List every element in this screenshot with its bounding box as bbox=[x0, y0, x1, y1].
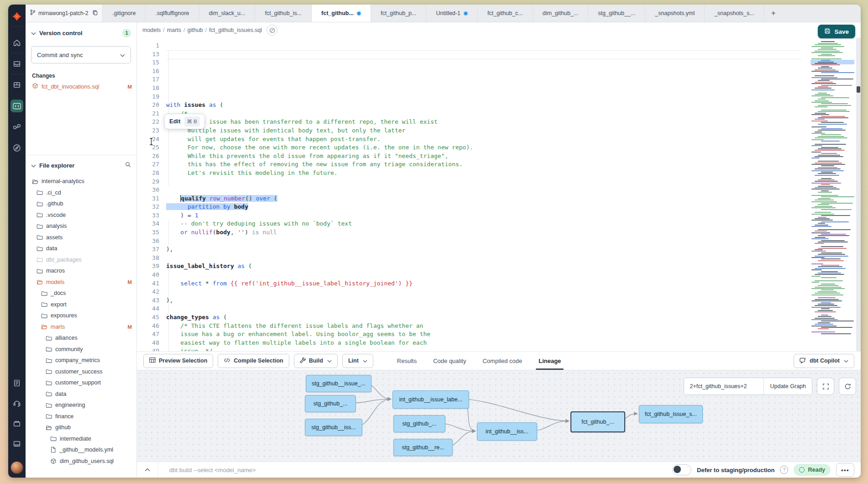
panel-tab-results[interactable]: Results bbox=[397, 352, 417, 370]
tree-item-_github__models.yml[interactable]: _github__models.yml bbox=[26, 444, 136, 456]
line-number[interactable]: 37 bbox=[137, 245, 166, 254]
line-number[interactable]: 45 bbox=[137, 313, 166, 322]
user-avatar[interactable] bbox=[11, 462, 23, 473]
panel-tab-lineage[interactable]: Lineage bbox=[539, 352, 561, 370]
code-line-31[interactable] bbox=[166, 254, 861, 263]
line-number[interactable]: 20 bbox=[137, 101, 166, 110]
line-number[interactable]: 43 bbox=[137, 296, 166, 305]
tab-.sqlfluffignore[interactable]: .sqlfluffignore bbox=[146, 5, 199, 22]
line-number[interactable]: 16 bbox=[137, 67, 166, 76]
lineage-node-stg_github_...[interactable]: stg_github_... bbox=[393, 415, 445, 432]
dbt-copilot-button[interactable]: dbt Copilot bbox=[794, 354, 854, 368]
line-number[interactable]: 23 bbox=[137, 126, 166, 135]
support-headset-icon[interactable] bbox=[13, 399, 21, 407]
code-line-15[interactable]: If an issue has been transferred to a di… bbox=[166, 118, 861, 126]
tree-item-community[interactable]: community bbox=[26, 344, 136, 355]
line-number[interactable]: 36 bbox=[137, 237, 166, 246]
changed-file-row[interactable]: fct_dbt_invocations.sql M bbox=[32, 83, 132, 90]
code-line-26[interactable]: ) = 1 bbox=[166, 211, 861, 220]
lineage-node-fct_github_...[interactable]: fct_github_... bbox=[570, 411, 625, 432]
compile-selection-button[interactable]: Compile Selection bbox=[218, 354, 289, 368]
update-graph-button[interactable]: Update Graph bbox=[763, 378, 812, 395]
code-line-32[interactable]: issue_label_history as ( bbox=[166, 262, 861, 271]
code-line-29[interactable] bbox=[166, 237, 861, 246]
tree-item-engineering[interactable]: engineering bbox=[26, 400, 136, 411]
line-number[interactable]: 21 bbox=[137, 110, 166, 118]
lineage-node-stg_github__issue_...[interactable]: stg_github__issue_... bbox=[306, 375, 371, 392]
tab-fct_github_p...[interactable]: fct_github_p... bbox=[371, 5, 427, 22]
lineage-node-int_github__iss...[interactable]: int_github__iss... bbox=[477, 422, 537, 441]
line-number[interactable]: 13 bbox=[137, 50, 166, 59]
line-number[interactable]: 30 bbox=[137, 186, 166, 195]
editor-gutter[interactable]: 1131516171819202122232425262728293031323… bbox=[137, 38, 166, 351]
commit-and-sync-button[interactable]: Commit and sync bbox=[31, 46, 131, 63]
line-number[interactable]: 17 bbox=[137, 75, 166, 84]
tree-item-assets[interactable]: assets bbox=[26, 232, 136, 243]
editor-minimap[interactable] bbox=[810, 40, 854, 349]
code-line-24[interactable]: qualify row_number() over ( bbox=[166, 195, 861, 203]
lineage-selector-input[interactable] bbox=[684, 378, 763, 395]
defer-toggle[interactable] bbox=[672, 464, 691, 475]
code-line-34[interactable]: select * from {{ ref('int_github__issue_… bbox=[166, 279, 861, 288]
tree-item-marts[interactable]: martsM bbox=[26, 321, 136, 333]
dbt-command-input[interactable] bbox=[158, 467, 672, 473]
edit-button[interactable]: Edit bbox=[169, 117, 181, 126]
line-number[interactable]: 40 bbox=[137, 271, 166, 279]
tree-item-dbt_packages[interactable]: dbt_packages bbox=[26, 254, 136, 266]
copy-icon[interactable] bbox=[92, 9, 98, 17]
line-number[interactable]: 31 bbox=[137, 195, 166, 203]
tree-item-customer_support[interactable]: customer_support bbox=[26, 377, 136, 389]
tree-item-_docs[interactable]: _docs bbox=[26, 288, 136, 299]
tree-item-intermediate[interactable]: intermediate bbox=[26, 433, 136, 445]
tree-item-alliances[interactable]: alliances bbox=[26, 332, 136, 344]
code-line-1[interactable]: with issues as ( bbox=[166, 101, 861, 110]
fullscreen-icon[interactable] bbox=[817, 378, 834, 395]
search-icon[interactable] bbox=[125, 162, 131, 169]
line-number[interactable]: 26 bbox=[137, 152, 166, 161]
editor-scrollbar[interactable] bbox=[856, 38, 861, 351]
tree-item-internal-analytics[interactable]: internal-analytics bbox=[26, 176, 136, 187]
line-number[interactable]: 15 bbox=[137, 58, 166, 67]
refresh-icon[interactable] bbox=[839, 378, 856, 395]
code-editor[interactable]: 1131516171819202122232425262728293031323… bbox=[137, 38, 861, 351]
code-line-21[interactable]: Let's revisit this modeling in the futur… bbox=[166, 169, 861, 178]
code-line-36[interactable]: ), bbox=[166, 296, 861, 305]
apps-grid-icon[interactable] bbox=[13, 440, 21, 448]
new-tab-button[interactable]: + bbox=[764, 5, 783, 22]
line-number[interactable]: 41 bbox=[137, 279, 166, 288]
code-line-30[interactable]: ), bbox=[166, 245, 861, 254]
scrollbar-thumb[interactable] bbox=[857, 86, 860, 93]
code-line-27[interactable]: -- don't try deduping issues with no `bo… bbox=[166, 220, 861, 228]
code-line-16[interactable]: multiple issues with identical body text… bbox=[166, 126, 861, 135]
tab-.gitignore[interactable]: .gitignore bbox=[103, 5, 146, 22]
code-line-22[interactable] bbox=[166, 178, 861, 186]
expand-command-bar-button[interactable] bbox=[137, 462, 158, 478]
line-number[interactable]: 34 bbox=[137, 220, 166, 228]
tab-dim_slack_u...[interactable]: dim_slack_u... bbox=[199, 5, 256, 22]
code-line-13[interactable]: /* bbox=[166, 110, 861, 118]
code-line-37[interactable] bbox=[166, 305, 861, 313]
line-number[interactable]: 28 bbox=[137, 169, 166, 178]
line-number[interactable]: 32 bbox=[137, 203, 166, 211]
tree-item-company_metrics[interactable]: company_metrics bbox=[26, 355, 136, 366]
code-line-20[interactable]: this has the effect of removing the new … bbox=[166, 160, 861, 169]
code-line-18[interactable]: For now, choose the one with more recent… bbox=[166, 143, 861, 152]
tab-_snapshots.yml[interactable]: _snapshots.yml bbox=[645, 5, 705, 22]
projects-stack-icon[interactable] bbox=[13, 420, 21, 428]
tree-item-.vscode[interactable]: .vscode bbox=[26, 210, 136, 221]
code-line-39[interactable]: /* This CTE flattens the different issue… bbox=[166, 322, 861, 331]
code-line-41[interactable]: easiest way to flatten multiple labels i… bbox=[166, 339, 861, 347]
code-line-23[interactable] bbox=[166, 186, 861, 195]
save-button[interactable]: Save bbox=[818, 25, 855, 38]
code-line-38[interactable]: change_types as ( bbox=[166, 313, 861, 322]
line-number[interactable]: 27 bbox=[137, 160, 166, 169]
line-number[interactable]: 33 bbox=[137, 211, 166, 220]
line-number[interactable]: 19 bbox=[137, 93, 166, 101]
file-explorer-header[interactable]: File explorer bbox=[26, 160, 136, 170]
line-number[interactable]: 48 bbox=[137, 339, 166, 347]
line-number[interactable]: 1 bbox=[137, 42, 166, 50]
tree-item-.github[interactable]: .github bbox=[26, 198, 136, 210]
lineage-canvas[interactable]: Update Graph stg_github__issue_...stg_gi… bbox=[137, 370, 861, 462]
tab-fct_github_c...[interactable]: fct_github_c... bbox=[478, 5, 533, 22]
tree-item-github[interactable]: github bbox=[26, 422, 136, 433]
